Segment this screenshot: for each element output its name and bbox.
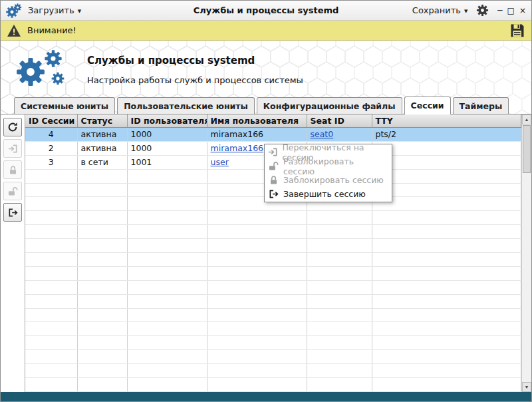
terminate-session-button[interactable] — [3, 203, 22, 222]
tab-timers[interactable]: Таймеры — [453, 97, 509, 114]
table-header-row: ID СессииСтатусID пользователяИмя пользо… — [25, 114, 521, 128]
bottom-status-bar — [1, 392, 531, 401]
tab-config-files[interactable]: Конфигурационные файлы — [257, 97, 402, 114]
lock-icon — [8, 165, 18, 175]
cell-link-seat_id[interactable]: seat0 — [311, 129, 334, 139]
session-toolbar — [1, 114, 25, 392]
chevron-down-icon: ▼ — [464, 7, 467, 14]
cell-link-username[interactable]: user — [211, 157, 229, 167]
column-header-seat_id[interactable]: Seat ID — [307, 114, 372, 128]
table-row-empty[interactable] — [25, 239, 521, 253]
table-row-empty[interactable] — [25, 280, 521, 294]
table-row-empty[interactable] — [25, 336, 521, 350]
column-header-user_id[interactable]: ID пользователя — [127, 114, 207, 128]
unlock-session-button[interactable] — [3, 182, 22, 200]
window-controls: ─ □ × — [497, 7, 526, 15]
context-menu: Переключиться на сессиюРазблокировать се… — [264, 144, 392, 202]
menu-item-label: Заблокировать сессию — [283, 175, 384, 185]
page-title: Службы и процессы systemd — [87, 55, 303, 67]
chevron-down-icon: ▼ — [78, 7, 81, 14]
load-dropdown[interactable]: Загрузить ▼ — [28, 5, 81, 15]
menu-item-lock-session[interactable]: Заблокировать сессию — [265, 173, 391, 187]
refresh-button[interactable] — [3, 118, 22, 136]
scrollbar-thumb[interactable] — [523, 125, 531, 173]
scroll-down-button[interactable]: ▼ — [522, 382, 531, 392]
unlock-icon — [268, 161, 279, 171]
column-header-session_id[interactable]: ID Сессии — [25, 114, 77, 128]
scroll-up-icon: ▲ — [525, 117, 529, 122]
cell-link-username[interactable]: miramax166 — [211, 143, 264, 153]
enter-session-icon — [8, 144, 18, 154]
scrollbar-track[interactable] — [522, 174, 531, 382]
header-zone: Службы и процессы systemd Настройка рабо… — [1, 41, 531, 114]
gears-logo-icon — [13, 49, 70, 90]
table-row-empty[interactable] — [25, 225, 521, 239]
menu-item-terminate-session[interactable]: Завершить сессию — [265, 187, 391, 201]
column-header-status[interactable]: Статус — [77, 114, 127, 128]
table-row-empty[interactable] — [25, 364, 521, 378]
vertical-scrollbar[interactable]: ▲ ▼ — [521, 114, 531, 392]
save-dropdown[interactable]: Сохранить ▼ — [412, 5, 468, 15]
unlock-icon — [7, 186, 19, 196]
save-file-button[interactable] — [509, 23, 525, 39]
minimize-button[interactable]: ─ — [497, 7, 502, 15]
app-gears-icon — [6, 3, 22, 19]
enter-session-icon — [268, 147, 278, 157]
menu-item-label: Разблокировать сессию — [283, 156, 387, 176]
titlebar: Службы и процессы systemd Загрузить ▼ Со… — [1, 1, 531, 21]
save-dropdown-label: Сохранить — [412, 5, 461, 15]
load-dropdown-label: Загрузить — [28, 5, 74, 15]
exit-icon — [268, 189, 279, 199]
table-row-empty[interactable] — [25, 322, 521, 336]
warning-text: Внимание! — [27, 25, 76, 35]
switch-to-session-button[interactable] — [3, 139, 22, 158]
scroll-up-button[interactable]: ▲ — [522, 114, 531, 124]
tab-bar: Системные юнитыПользовательские юнитыКон… — [14, 97, 509, 114]
floppy-save-icon — [509, 23, 525, 39]
tab-system-units[interactable]: Системные юниты — [14, 97, 115, 114]
menu-item-unlock-session[interactable]: Разблокировать сессию — [265, 159, 391, 173]
column-header-tty[interactable]: TTY — [372, 114, 521, 128]
maximize-button[interactable]: □ — [507, 7, 515, 15]
warning-triangle-icon — [7, 24, 21, 37]
table-row-empty[interactable] — [25, 266, 521, 280]
table-row-empty[interactable] — [25, 308, 521, 322]
table-row[interactable]: 4активна1000miramax166seat0pts/2 — [25, 128, 521, 142]
lock-icon — [268, 175, 279, 185]
tab-sessions[interactable]: Сессии — [404, 97, 451, 114]
table-row-empty[interactable] — [25, 294, 521, 308]
lock-session-button[interactable] — [3, 160, 22, 179]
tab-user-units[interactable]: Пользовательские юниты — [117, 97, 255, 114]
refresh-icon — [7, 122, 18, 132]
column-header-username[interactable]: Имя пользователя — [207, 114, 307, 128]
warning-bar: Внимание! — [1, 21, 531, 41]
table-row-empty[interactable] — [25, 211, 521, 225]
page-subtitle: Настройка работы служб и процессов систе… — [87, 75, 303, 85]
close-button[interactable]: × — [519, 7, 526, 15]
scroll-down-icon: ▼ — [525, 385, 529, 389]
table-row-empty[interactable] — [25, 350, 521, 364]
exit-icon — [8, 208, 18, 218]
table-row-empty[interactable] — [25, 253, 521, 267]
settings-gear-icon[interactable] — [476, 4, 489, 17]
table-row-empty[interactable] — [25, 378, 521, 392]
app-window: Службы и процессы systemd Загрузить ▼ Со… — [0, 0, 532, 402]
menu-item-label: Завершить сессию — [283, 189, 366, 199]
